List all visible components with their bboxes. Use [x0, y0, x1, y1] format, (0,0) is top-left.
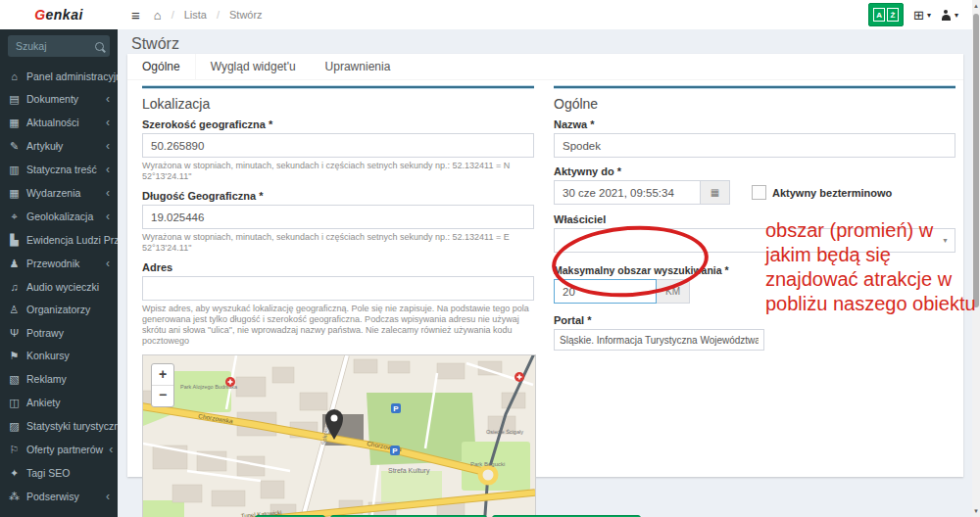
sidebar-item-ankiety[interactable]: ◫Ankiety [0, 391, 118, 414]
lokalizacja-column: Lokalizacja Szerokość geograficzna * Wyr… [142, 86, 534, 517]
handshake-icon: ⚐ [8, 444, 21, 456]
sidebar-item-statystyki-turystyczne[interactable]: ▨Statystyki turystyczne‹ [0, 414, 118, 438]
app-logo[interactable]: Genkai [0, 0, 118, 30]
sidebar: ⌂Panel administracyjny ▤Dokumenty‹ ▦Aktu… [0, 29, 118, 517]
calendar-icon: ▦ [8, 187, 21, 200]
sidebar-item-panel-administracyjny[interactable]: ⌂Panel administracyjny [0, 65, 118, 87]
search-input[interactable] [14, 39, 95, 53]
newspaper-icon: ▦ [8, 117, 21, 129]
grid-icon: ⊞ [913, 8, 924, 23]
lat-input[interactable] [142, 133, 534, 158]
chevron-down-icon: ▾ [927, 11, 931, 20]
active-indefinitely-label: Aktywny bezterminowo [772, 187, 892, 199]
cutlery-icon: Ψ [8, 327, 21, 339]
sidebar-item-dokumenty[interactable]: ▤Dokumenty‹ [0, 87, 118, 111]
industry-icon: ▙ [8, 234, 21, 247]
radius-unit: KM [657, 279, 690, 304]
sidebar-item-konkursy[interactable]: ⚑Konkursy [0, 344, 118, 367]
chevron-down-icon: ▾ [955, 11, 958, 20]
tab-ogolne[interactable]: Ogólne [127, 54, 196, 79]
section-title-lokalizacja: Lokalizacja [142, 96, 534, 112]
scroll-up-arrow[interactable]: ▲ [972, 0, 980, 12]
chevron-left-icon: ‹ [106, 188, 110, 198]
name-label: Nazwa * [554, 118, 956, 130]
scroll-down-arrow[interactable]: ▼ [972, 505, 980, 517]
sidebar-search [8, 35, 110, 57]
annotation-text: obszar (promień) w jakim będą się znajdo… [765, 218, 980, 316]
sidebar-item-tagi-seo[interactable]: ✦Tagi SEO [0, 461, 118, 485]
map-label-osiedle: Osiedle Ścigały [486, 428, 523, 435]
lng-help: Wyrażona w stopniach, minutach, sekundac… [142, 232, 534, 254]
lat-help: Wyrażona w stopniach, minutach, sekundac… [142, 161, 534, 182]
leaflet-map[interactable]: Park Alojzego Budniaka Chorzowska Chorzo… [142, 354, 536, 517]
sidebar-item-geolokalizacja[interactable]: ⌖Geolokalizacja‹ [0, 205, 118, 228]
language-z-icon: Ż [887, 8, 899, 22]
map-marker-icon: ⌖ [8, 211, 21, 223]
portal-input[interactable] [554, 329, 764, 351]
page-title: Stwórz [131, 35, 179, 53]
sitemap-icon: ⁂ [8, 491, 21, 503]
chevron-left-icon: ‹ [106, 258, 110, 268]
column-divider [554, 86, 956, 88]
poll-icon: ◫ [8, 397, 21, 409]
calendar-icon: ▦ [710, 187, 719, 198]
breadcrumb-separator: / [172, 9, 174, 21]
folder-icon: ▤ [8, 93, 21, 106]
park-area [171, 371, 231, 412]
sidebar-item-wydarzenia[interactable]: ▦Wydarzenia‹ [0, 181, 118, 205]
address-help: Wpisz adres, aby wyszukać lokalizację ge… [142, 304, 534, 347]
sidebar-item-ewidencja-ludzi-przemyslu[interactable]: ▙Ewidencja Ludzi Przemysłu [0, 228, 118, 252]
chevron-left-icon: ‹ [106, 94, 110, 104]
hospital-icon [225, 377, 235, 387]
sidebar-item-podserwisy[interactable]: ⁂Podserwisy‹ [0, 485, 118, 508]
roundabout [480, 467, 496, 483]
sidebar-item-oferty-partnerow[interactable]: ⚐Oferty partnerów‹ [0, 438, 118, 461]
sidebar-item-aktualnosci[interactable]: ▦Aktualności‹ [0, 111, 118, 134]
tab-uprawnienia[interactable]: Uprawnienia [311, 54, 406, 79]
address-label: Adres [142, 261, 534, 273]
breadcrumb-item-lista[interactable]: Lista [184, 9, 207, 21]
chevron-left-icon: ‹ [106, 164, 110, 174]
breadcrumb-item-stworz: Stwórz [229, 9, 263, 21]
active-to-input[interactable] [554, 180, 701, 205]
calendar-button[interactable]: ▦ [701, 180, 730, 205]
sidebar-item-reklamy[interactable]: ▧Reklamy [0, 367, 118, 391]
user-menu-button[interactable]: ▾ [941, 10, 958, 21]
search-icon[interactable] [95, 42, 104, 51]
main-content: Stwórz Ogólne Wygląd widget'u Uprawnieni… [118, 29, 972, 517]
tab-bar: Ogólne Wygląd widget'u Uprawnienia [127, 54, 963, 80]
radius-input[interactable] [554, 279, 657, 304]
sidebar-item-przewodnik[interactable]: ♟Przewodnik‹ [0, 252, 118, 275]
svg-text:P: P [393, 404, 399, 413]
home-icon[interactable]: ⌂ [154, 8, 162, 23]
chevron-left-icon: ‹ [106, 492, 110, 501]
zoom-out-button[interactable]: − [152, 386, 173, 406]
hospital-icon [514, 372, 524, 382]
sidebar-item-organizatorzy[interactable]: ♙Organizatorzy [0, 298, 118, 321]
sidebar-item-statyczna-tresc[interactable]: ▥Statyczna treść‹ [0, 158, 118, 181]
sidebar-item-artykuly[interactable]: ✎Artykuły‹ [0, 134, 118, 158]
map-zoom-control: + − [151, 363, 174, 407]
top-navbar: ≡ ⌂ / Lista / Stwórz A Ż ⊞ ▾ ▾ [118, 0, 972, 30]
flag-icon: ⚑ [8, 350, 21, 362]
parking-icon: P [391, 403, 401, 413]
breadcrumb: ⌂ / Lista / Stwórz [154, 8, 263, 23]
lat-label: Szerokość geograficzna * [142, 118, 534, 130]
user-icon: ♙ [8, 304, 21, 316]
active-indefinitely-checkbox[interactable] [752, 185, 766, 200]
address-input[interactable] [142, 276, 534, 301]
zoom-in-button[interactable]: + [152, 364, 173, 386]
breadcrumb-separator: / [217, 9, 220, 21]
file-text-icon: ▥ [8, 164, 21, 176]
sidebar-toggle-icon[interactable]: ≡ [118, 7, 154, 24]
sidebar-item-audio-wycieczki[interactable]: ♫Audio wycieczki [0, 275, 118, 298]
name-input[interactable] [554, 133, 956, 158]
apps-menu-button[interactable]: ⊞ ▾ [913, 8, 931, 23]
tab-wyglad-widgetu[interactable]: Wygląd widget'u [196, 54, 311, 79]
parking-icon: P [390, 446, 400, 455]
sidebar-item-potrawy[interactable]: ΨPotrawy [0, 321, 118, 344]
language-toggle-button[interactable]: A Ż [868, 3, 904, 26]
form-card: Ogólne Wygląd widget'u Uprawnienia Lokal… [127, 54, 963, 477]
lng-input[interactable] [142, 205, 534, 229]
map-label-park-bogucki: Park Bogucki [470, 461, 505, 467]
